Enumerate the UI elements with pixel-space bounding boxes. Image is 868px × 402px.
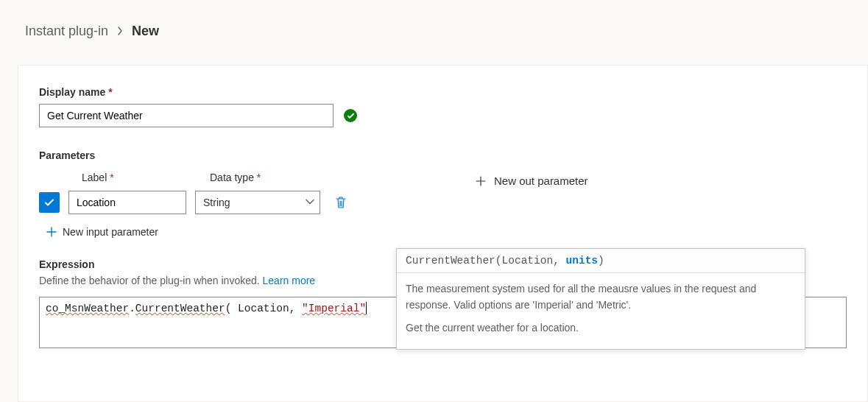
- param-data-type-select[interactable]: String: [195, 191, 320, 214]
- param-label-input[interactable]: [68, 191, 186, 214]
- intellisense-desc-param: The measurement system used for all the …: [406, 281, 796, 314]
- intellisense-tooltip: CurrentWeather(Location, units) The meas…: [396, 248, 805, 350]
- param-checkbox[interactable]: [39, 192, 60, 213]
- add-input-parameter-button[interactable]: New input parameter: [46, 226, 350, 238]
- required-asterisk: *: [108, 86, 112, 98]
- display-name-label: Display name *: [39, 86, 847, 98]
- intellisense-signature: CurrentWeather(Location, units): [397, 249, 805, 273]
- col-header-label: Label *: [82, 172, 210, 183]
- chevron-down-icon: [305, 197, 315, 209]
- code-token-method: CurrentWeather: [135, 303, 225, 314]
- intellisense-desc-fn: Get the current weather for a location.: [406, 320, 796, 336]
- code-token-namespace: co_MsnWeather: [46, 303, 129, 314]
- form-card: Display name * Parameters Label * Data t…: [18, 65, 868, 402]
- col-header-data-type: Data type *: [210, 172, 339, 183]
- display-name-label-text: Display name: [39, 86, 105, 98]
- intellisense-body: The measurement system used for all the …: [397, 273, 805, 349]
- delete-param-button[interactable]: [332, 194, 350, 211]
- intellisense-active-param: units: [566, 255, 599, 267]
- breadcrumb-current: New: [132, 24, 159, 39]
- required-asterisk: *: [257, 172, 261, 183]
- display-name-input[interactable]: [39, 104, 334, 127]
- text-caret: [366, 302, 367, 314]
- plus-icon: [46, 227, 57, 237]
- add-out-parameter-button[interactable]: New out parameter: [475, 174, 847, 187]
- breadcrumb: Instant plug-in New: [0, 0, 868, 39]
- plus-icon: [475, 175, 487, 187]
- add-input-label: New input parameter: [63, 226, 158, 238]
- required-asterisk: *: [110, 172, 113, 183]
- param-data-type-value: String: [203, 197, 230, 208]
- chevron-right-icon: [116, 24, 124, 39]
- code-token-string: "Imperial": [302, 303, 366, 314]
- add-output-label: New out parameter: [494, 174, 588, 187]
- param-row: String: [39, 191, 350, 214]
- breadcrumb-parent[interactable]: Instant plug-in: [25, 24, 108, 39]
- code-token-arg: Location: [238, 303, 289, 314]
- learn-more-link[interactable]: Learn more: [263, 275, 316, 286]
- check-circle-icon: [344, 109, 357, 122]
- parameters-heading: Parameters: [39, 149, 847, 161]
